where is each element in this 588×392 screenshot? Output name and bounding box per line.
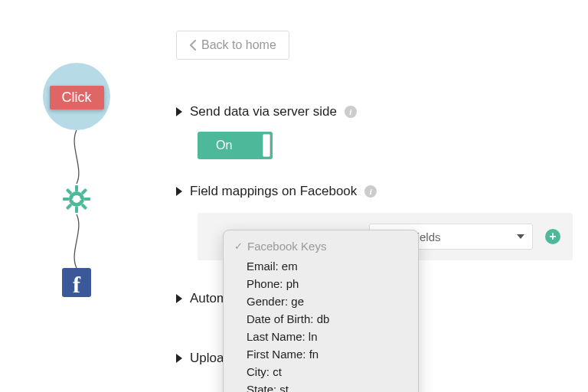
- caret-right-icon: [176, 187, 182, 196]
- dropdown-item[interactable]: Date of Birth: db: [224, 310, 418, 328]
- facebook-icon: f: [73, 273, 80, 296]
- flow-node-click[interactable]: Click: [43, 63, 110, 130]
- send-data-toggle[interactable]: On: [198, 132, 273, 159]
- dropdown-header-label: Facebook Keys: [247, 240, 326, 253]
- dropdown-item[interactable]: Phone: ph: [224, 275, 418, 292]
- add-mapping-button[interactable]: +: [545, 229, 560, 244]
- gear-icon: [61, 184, 92, 214]
- dropdown-item[interactable]: Gender: ge: [224, 292, 418, 310]
- info-icon[interactable]: i: [364, 185, 377, 198]
- connector-line: [76, 214, 77, 268]
- svg-point-11: [78, 196, 80, 198]
- chevron-left-icon: [189, 40, 197, 51]
- caret-right-icon: [176, 294, 182, 303]
- back-to-home-button[interactable]: Back to home: [176, 31, 289, 60]
- dropdown-item[interactable]: Last Name: ln: [224, 328, 418, 345]
- dropdown-item[interactable]: Email: em: [224, 257, 418, 275]
- chevron-down-icon: [517, 234, 524, 239]
- info-icon[interactable]: i: [345, 106, 357, 118]
- flow-node-facebook[interactable]: f: [62, 268, 91, 297]
- section-title: Uploa: [190, 351, 224, 366]
- svg-rect-5: [84, 198, 90, 201]
- plus-icon: +: [549, 230, 556, 243]
- click-badge: Click: [50, 86, 104, 109]
- svg-rect-2: [75, 185, 78, 191]
- facebook-keys-dropdown[interactable]: ✓ Facebook Keys Email: em Phone: ph Gend…: [223, 230, 419, 392]
- dropdown-header: ✓ Facebook Keys: [224, 237, 418, 257]
- caret-right-icon: [176, 354, 182, 363]
- section-field-mappings[interactable]: Field mappings on Facebook i: [176, 184, 573, 199]
- section-send-data[interactable]: Send data via server side i: [176, 104, 573, 119]
- dropdown-item[interactable]: State: st: [224, 381, 418, 392]
- dropdown-item[interactable]: City: ct: [224, 363, 418, 381]
- toggle-handle: [263, 134, 270, 157]
- svg-rect-4: [63, 198, 69, 201]
- dropdown-item[interactable]: First Name: fn: [224, 345, 418, 363]
- section-title: Send data via server side: [190, 104, 337, 119]
- check-icon: ✓: [234, 240, 243, 252]
- back-label: Back to home: [201, 38, 276, 52]
- caret-right-icon: [176, 107, 182, 116]
- svg-rect-3: [75, 207, 78, 213]
- flow-graph: Click f: [31, 63, 122, 297]
- svg-point-10: [74, 196, 75, 198]
- flow-node-gear[interactable]: [61, 184, 92, 214]
- toggle-label: On: [216, 139, 232, 152]
- connector-line: [76, 130, 77, 184]
- section-title: Field mappings on Facebook: [190, 184, 357, 199]
- section-title: Autom: [190, 291, 227, 306]
